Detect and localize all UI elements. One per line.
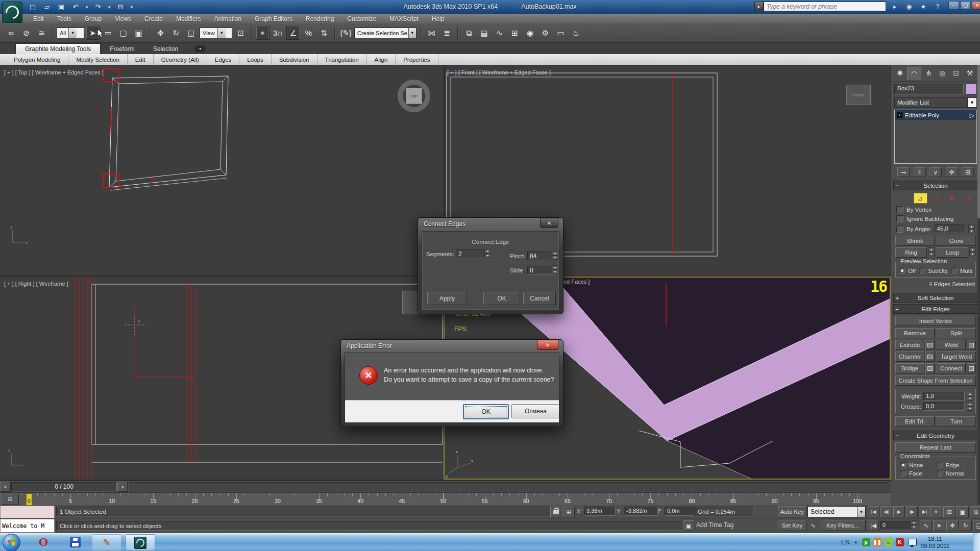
snaps-toggle-button[interactable]: 3∩ xyxy=(271,26,285,40)
render-setup-button[interactable]: ⚙ xyxy=(538,26,552,40)
chevron-down-icon[interactable]: ▼ xyxy=(408,28,416,38)
keyboard-override-button[interactable]: ▣ xyxy=(683,520,694,531)
weld-button[interactable]: Weld xyxy=(937,340,966,350)
loop-spinner[interactable]: ▲▼ xyxy=(969,247,976,256)
crease-spinner[interactable]: ▲▼ xyxy=(967,402,973,411)
help-icon[interactable]: ? xyxy=(932,2,943,11)
menu-graph-editors[interactable]: Graph Editors xyxy=(248,15,299,22)
infocenter-search-button[interactable]: ▸ xyxy=(889,2,900,11)
viewcube-front-ghost[interactable]: FRONT xyxy=(846,85,871,105)
chevron-down-icon[interactable]: ▼ xyxy=(857,507,865,517)
constraint-none-radio[interactable] xyxy=(900,462,906,468)
slide-spinner[interactable]: ▲▼ xyxy=(552,265,558,274)
display-tab[interactable]: ⊡ xyxy=(949,67,963,79)
select-and-link-button[interactable]: ∞ xyxy=(4,26,18,40)
ribbon-panel-modify-selection[interactable]: Modify Selection xyxy=(68,54,127,65)
close-button[interactable]: ✕ xyxy=(972,1,980,10)
constraint-edge-radio[interactable] xyxy=(937,462,943,468)
remove-button[interactable]: Remove xyxy=(895,328,935,338)
angle-snap-button[interactable]: ∠ xyxy=(286,26,300,40)
zoom-extents-all-button[interactable]: ⧉ xyxy=(970,506,980,517)
by-vertex-checkbox[interactable] xyxy=(896,206,903,213)
y-coord-field[interactable]: -3,882m xyxy=(624,507,657,516)
modify-tab[interactable]: ◠ xyxy=(907,67,921,80)
target-weld-button[interactable]: Target Weld xyxy=(937,352,976,362)
segments-field[interactable]: 2 xyxy=(456,249,487,258)
viewport-right-label[interactable]: [ + ] [ Right ] [ Wireframe ] xyxy=(4,281,68,287)
bind-to-space-warp-button[interactable]: ≋ xyxy=(35,26,48,40)
zoom-extents-button[interactable]: ▣ xyxy=(957,506,969,517)
zoom-all-button[interactable]: ⊞ xyxy=(943,506,955,517)
viewport-top[interactable]: [ + ] [ Top ] [ Wireframe + Edged Faces … xyxy=(0,65,444,276)
search-input[interactable] xyxy=(764,2,886,11)
repeat-last-button[interactable]: Repeat Last xyxy=(895,442,976,453)
ignore-backfacing-checkbox[interactable] xyxy=(896,215,903,222)
favorites-icon[interactable]: ★ xyxy=(918,2,929,11)
menu-rendering[interactable]: Rendering xyxy=(299,15,340,22)
select-and-rotate-button[interactable]: ↻ xyxy=(169,26,183,40)
application-menu-button[interactable] xyxy=(2,2,22,23)
motion-tab[interactable]: ◎ xyxy=(936,67,949,79)
object-color-swatch[interactable] xyxy=(966,84,977,94)
weight-spinner[interactable]: ▲▼ xyxy=(967,392,973,400)
scene-operations-button[interactable]: ⊟ xyxy=(114,2,127,13)
maxscript-mini-listener[interactable]: Welcome to M xyxy=(0,519,55,533)
absolute-offset-toggle-button[interactable]: ⊞ xyxy=(562,507,575,517)
maximize-button[interactable]: ▢ xyxy=(960,1,971,10)
rollout-soft-selection-header[interactable]: + Soft Selection xyxy=(893,293,978,303)
track-next-button[interactable]: > xyxy=(117,482,128,492)
undo-button[interactable]: ↶ xyxy=(69,2,82,13)
auto-key-button[interactable]: Auto Key xyxy=(778,506,806,517)
open-minigraph-button[interactable]: ⊟ xyxy=(2,494,19,505)
ok-button[interactable]: OK xyxy=(483,292,520,305)
hierarchy-tab[interactable]: ⋔ xyxy=(922,67,935,79)
object-name-field[interactable]: Box23 xyxy=(894,84,964,94)
bridge-settings-button[interactable] xyxy=(925,363,935,373)
configure-modifier-sets-button[interactable]: ⊞ xyxy=(962,167,974,177)
stack-expand-icon[interactable]: + xyxy=(897,112,902,118)
pan-button[interactable]: ✥ xyxy=(946,520,959,531)
align-button[interactable]: ≣ xyxy=(440,26,454,40)
preview-multi-radio[interactable] xyxy=(951,267,958,274)
panel-scrollbar[interactable] xyxy=(977,65,980,506)
add-time-tag[interactable]: Add Time Tag xyxy=(696,521,733,529)
modifier-list-dropdown[interactable]: Modifier List ▼ xyxy=(894,97,977,108)
by-angle-field[interactable]: 45,0 xyxy=(935,224,965,233)
viewcube[interactable]: TOP xyxy=(398,80,430,112)
cancel-button[interactable]: Cancel xyxy=(523,292,556,305)
key-filters-button[interactable]: Key Filters... xyxy=(820,520,866,531)
open-file-button[interactable]: ▱ xyxy=(41,2,53,13)
key-tangent-icon[interactable]: ∿ xyxy=(807,520,819,531)
turn-button[interactable]: Turn xyxy=(937,416,976,427)
z-coord-field[interactable]: 0,0m xyxy=(665,507,694,516)
menu-edit[interactable]: Edit xyxy=(27,15,51,22)
selection-lock-button[interactable] xyxy=(550,507,561,517)
unlink-selection-button[interactable]: ⊘ xyxy=(19,26,33,40)
schematic-view-button[interactable]: ⊞ xyxy=(508,26,522,40)
loop-button[interactable]: Loop xyxy=(937,247,968,258)
slide-field[interactable]: 0 xyxy=(527,266,555,274)
next-frame-button[interactable]: |▶ xyxy=(906,506,918,517)
taskbar-save-icon[interactable] xyxy=(65,534,85,550)
chevron-down-icon[interactable]: ▼ xyxy=(217,28,226,38)
edge-subobject-icon[interactable]: ⊿ xyxy=(914,193,927,204)
tray-expand-icon[interactable]: ▲ xyxy=(854,540,858,544)
taskbar-opera-icon[interactable]: O xyxy=(34,534,53,550)
constraint-normal-radio[interactable] xyxy=(937,470,943,477)
ribbon-panel-subdivision[interactable]: Subdivision xyxy=(272,54,317,65)
ribbon-panel-edges[interactable]: Edges xyxy=(207,54,240,65)
graphite-toggle-button[interactable]: ▤ xyxy=(477,26,491,40)
ribbon-tab-selection[interactable]: Selection xyxy=(144,44,187,54)
network-tray-icon[interactable] xyxy=(908,539,917,545)
rollout-edit-edges-header[interactable]: − Edit Edges xyxy=(893,304,978,314)
play-button[interactable]: ▶ xyxy=(893,506,905,517)
use-pivot-center-button[interactable]: ⊡ xyxy=(234,26,248,40)
menu-views[interactable]: Views xyxy=(108,15,138,22)
connect-button[interactable]: Connect xyxy=(937,363,966,373)
set-key-button[interactable]: Set Key xyxy=(778,520,806,531)
layer-manager-button[interactable]: ⧉ xyxy=(462,26,476,40)
error-cancel-button[interactable]: Отмена xyxy=(511,404,559,418)
split-button[interactable]: Split xyxy=(937,328,976,338)
spinner-snap-button[interactable]: ⇅ xyxy=(317,26,331,40)
rollout-selection-header[interactable]: − Selection xyxy=(893,181,978,190)
